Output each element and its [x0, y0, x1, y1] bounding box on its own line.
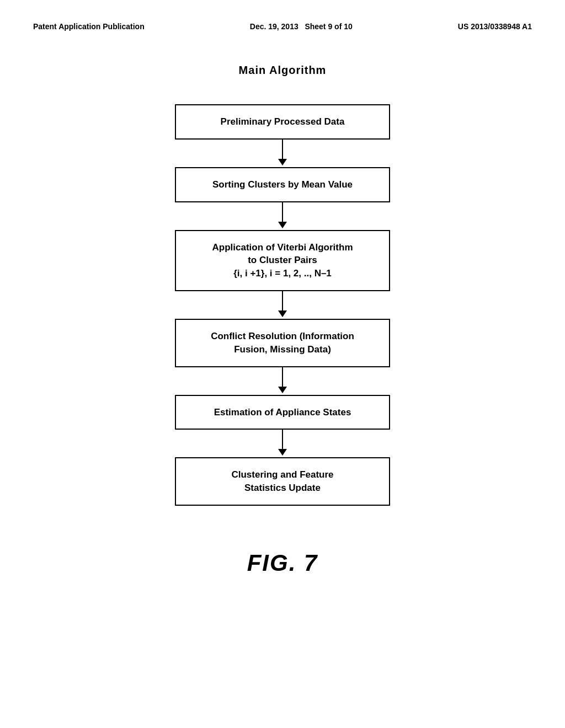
arrow-2 [278, 202, 287, 230]
arrow-4 [278, 367, 287, 395]
arrow-head-5 [278, 449, 287, 456]
arrow-head-3 [278, 311, 287, 317]
header-left: Patent Application Publication [33, 22, 145, 31]
arrow-line-4 [282, 367, 283, 387]
page-header: Patent Application Publication Dec. 19, … [33, 22, 532, 31]
arrow-line-2 [282, 202, 283, 222]
arrow-head-1 [278, 159, 287, 165]
flow-box-estimation-appliance: Estimation of Appliance States [175, 395, 390, 430]
page: Patent Application Publication Dec. 19, … [0, 0, 565, 728]
figure-label: FIG. 7 [33, 550, 532, 576]
flow-box-clustering-feature: Clustering and FeatureStatistics Update [175, 457, 390, 506]
arrow-line-3 [282, 291, 283, 311]
arrow-3 [278, 291, 287, 319]
arrow-line-1 [282, 140, 283, 159]
arrow-1 [278, 140, 287, 167]
arrow-line-5 [282, 430, 283, 449]
flow-box-conflict-resolution: Conflict Resolution (InformationFusion, … [175, 319, 390, 367]
flow-box-preliminary-processed-data: Preliminary Processed Data [175, 104, 390, 140]
arrow-head-2 [278, 222, 287, 228]
arrow-head-4 [278, 387, 287, 393]
header-right: US 2013/0338948 A1 [458, 22, 532, 31]
header-center: Dec. 19, 2013 Sheet 9 of 10 [250, 22, 353, 31]
flow-box-viterbi: Application of Viterbi Algorithmto Clust… [175, 230, 390, 291]
flow-box-sorting-clusters: Sorting Clusters by Mean Value [175, 167, 390, 202]
arrow-5 [278, 430, 287, 457]
flowchart: Preliminary Processed Data Sorting Clust… [33, 104, 532, 506]
page-title: Main Algorithm [33, 64, 532, 77]
